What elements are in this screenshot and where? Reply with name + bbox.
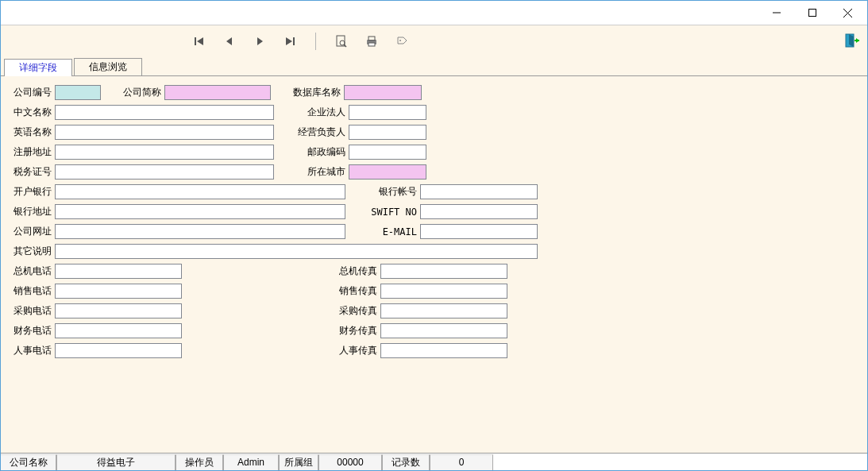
close-button[interactable] (830, 2, 866, 24)
exit-icon[interactable] (843, 32, 861, 49)
label-bank-addr: 银行地址 (9, 205, 55, 218)
form-panel: 公司编号 公司简称 数据库名称 中文名称 企业法人 英语名称 经营负责人 注册地… (1, 75, 867, 453)
tab-bar: 详细字段 信息浏览 (1, 56, 867, 75)
label-manager: 经营负责人 (293, 125, 349, 139)
input-bank-addr[interactable] (55, 204, 345, 219)
status-company-value: 得益电子 (56, 454, 176, 470)
label-hr-tel: 人事电话 (9, 344, 55, 357)
label-swift: SWIFT NO (365, 207, 420, 218)
input-company-no[interactable] (55, 85, 101, 100)
last-record-icon[interactable] (282, 33, 298, 49)
label-email: E-MAIL (365, 226, 420, 237)
input-sales-tel[interactable] (55, 284, 182, 299)
input-main-fax[interactable] (380, 264, 507, 279)
label-sales-tel: 销售电话 (9, 284, 55, 298)
toolbar-separator (315, 33, 316, 50)
input-manager[interactable] (349, 125, 426, 140)
preview-icon[interactable] (334, 33, 349, 49)
svg-marker-8 (286, 37, 292, 45)
window-titlebar (1, 1, 867, 25)
svg-rect-15 (368, 43, 375, 46)
label-company-no: 公司编号 (9, 86, 55, 99)
label-reg-addr: 注册地址 (9, 145, 55, 159)
input-bank[interactable] (55, 184, 345, 199)
status-operator-label: 操作员 (176, 454, 223, 470)
input-bank-acct[interactable] (420, 184, 538, 199)
svg-marker-16 (398, 37, 407, 44)
print-icon[interactable] (364, 33, 380, 49)
tag-icon[interactable] (394, 33, 410, 49)
svg-point-17 (399, 40, 401, 41)
label-postcode: 邮政编码 (293, 145, 349, 159)
svg-line-12 (344, 44, 346, 47)
prev-record-icon[interactable] (222, 33, 237, 49)
label-bank: 开户银行 (9, 185, 55, 199)
input-company-short[interactable] (164, 85, 271, 100)
status-bar: 公司名称 得益电子 操作员 Admin 所属组 00000 记录数 0 (1, 453, 867, 470)
label-main-fax: 总机传真 (325, 264, 380, 278)
input-cn-name[interactable] (55, 105, 274, 120)
status-company-label: 公司名称 (1, 454, 56, 470)
input-purchase-tel[interactable] (55, 303, 182, 319)
input-tax-no[interactable] (55, 164, 274, 180)
input-finance-tel[interactable] (55, 323, 182, 338)
input-finance-fax[interactable] (380, 323, 507, 338)
status-records-value: 0 (430, 454, 493, 470)
input-legal-person[interactable] (349, 105, 426, 120)
status-operator-value: Admin (223, 454, 279, 470)
label-legal-person: 企业法人 (293, 106, 349, 119)
first-record-icon[interactable] (191, 33, 207, 49)
label-tax-no: 税务证号 (9, 165, 55, 179)
status-group-label: 所属组 (279, 454, 318, 470)
svg-marker-21 (856, 38, 859, 43)
input-city[interactable] (349, 164, 426, 180)
input-hr-tel[interactable] (55, 343, 182, 358)
label-cn-name: 中文名称 (9, 106, 55, 119)
toolbar (1, 25, 867, 56)
label-finance-tel: 财务电话 (9, 324, 55, 338)
label-main-tel: 总机电话 (9, 264, 55, 278)
input-swift[interactable] (420, 204, 538, 219)
label-sales-fax: 销售传真 (325, 284, 380, 298)
label-company-short: 公司简称 (120, 86, 164, 99)
input-postcode[interactable] (349, 145, 426, 160)
input-main-tel[interactable] (55, 264, 182, 279)
label-city: 所在城市 (293, 165, 349, 179)
label-db-name: 数据库名称 (290, 86, 344, 99)
input-remark[interactable] (55, 244, 538, 259)
input-hr-fax[interactable] (380, 343, 507, 358)
label-website: 公司网址 (9, 225, 55, 238)
input-email[interactable] (420, 224, 538, 239)
svg-marker-5 (197, 37, 203, 45)
label-bank-acct: 银行帐号 (365, 185, 420, 199)
input-purchase-fax[interactable] (380, 303, 507, 319)
svg-marker-6 (226, 37, 232, 45)
label-en-name: 英语名称 (9, 125, 55, 139)
label-purchase-fax: 采购传真 (325, 304, 380, 318)
status-group-value: 00000 (318, 454, 382, 470)
maximize-button[interactable] (794, 2, 830, 24)
label-hr-fax: 人事传真 (325, 344, 380, 357)
svg-marker-7 (257, 37, 263, 45)
input-reg-addr[interactable] (55, 145, 274, 160)
input-db-name[interactable] (344, 85, 422, 100)
next-record-icon[interactable] (252, 33, 268, 49)
input-en-name[interactable] (55, 125, 274, 140)
status-records-label: 记录数 (382, 454, 430, 470)
input-website[interactable] (55, 224, 345, 239)
label-remark: 其它说明 (9, 245, 55, 258)
tab-detail[interactable]: 详细字段 (4, 59, 72, 76)
label-finance-fax: 财务传真 (325, 324, 380, 338)
tab-browse[interactable]: 信息浏览 (74, 58, 142, 75)
svg-rect-9 (293, 37, 295, 45)
label-purchase-tel: 采购电话 (9, 304, 55, 318)
input-sales-fax[interactable] (380, 284, 507, 299)
minimize-button[interactable] (758, 2, 794, 24)
svg-rect-1 (808, 10, 816, 17)
svg-rect-4 (195, 37, 196, 45)
